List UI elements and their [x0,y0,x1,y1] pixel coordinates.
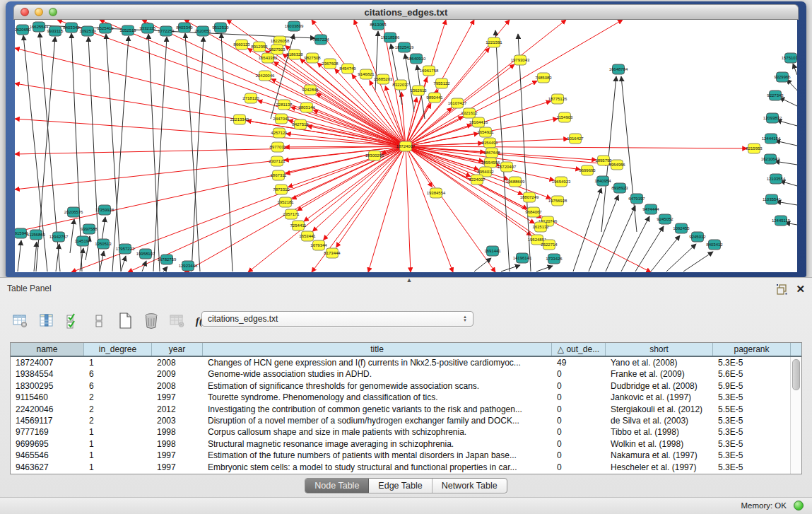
graph-node[interactable]: 8660123 [233,40,250,49]
graph-node[interactable]: 17957223 [116,244,135,254]
graph-node[interactable]: 12444154 [762,134,781,144]
graph-node[interactable]: 9329966 [774,72,791,82]
graph-node[interactable]: 9827508 [304,53,321,63]
graph-node[interactable]: 8954956 [608,160,625,170]
graph-node[interactable]: 12103554 [767,174,786,184]
graph-node[interactable]: 2718120 [242,93,259,103]
graph-node[interactable]: 9474444 [642,204,659,214]
graph-node[interactable]: 8977011 [270,142,287,152]
graph-node[interactable]: 4257121 [271,128,288,138]
graph-node[interactable]: 7857224 [312,35,329,45]
graph-node[interactable]: 18325419 [395,42,414,52]
tab-network-table[interactable]: Network Table [433,479,507,493]
graph-node[interactable]: 1092519 [79,26,96,36]
table-selector-dropdown[interactable]: citations_edges.txt ▲▼ [201,311,473,327]
graph-node[interactable]: 2803144 [298,103,315,112]
graph-node[interactable]: 1221591 [486,37,502,47]
graph-node[interactable]: 10688609 [506,177,525,187]
column-header-name[interactable]: name [11,343,84,356]
graph-node[interactable]: 15720407 [498,162,517,172]
graph-node[interactable]: 9154491 [481,138,498,148]
graph-node[interactable]: 19756928 [548,196,567,206]
graph-node[interactable]: 7873310 [273,185,290,194]
show-column-icon[interactable] [37,313,56,329]
graph-node[interactable]: 8403412 [706,240,723,250]
graph-node[interactable]: 9933115 [47,26,64,36]
table-row[interactable]: 2242004622012Investigating the contribut… [11,404,791,415]
graph-node[interactable]: 19958107 [136,249,155,259]
graph-node[interactable]: 1840954 [594,176,611,186]
graph-node[interactable]: 8215953 [746,144,763,153]
graph-node[interactable]: 12923446 [179,261,198,271]
column-header-short[interactable]: short [606,343,713,356]
network-view[interactable]: 2620650166255449933115840334210925191525… [15,20,797,272]
network-graph[interactable]: 2620650166255449933115840334210925191525… [15,20,797,272]
graph-node[interactable]: 2447041 [273,114,290,124]
graph-node[interactable]: 1733426 [546,254,563,264]
graph-node[interactable]: 2522714 [541,240,558,250]
graph-node[interactable]: 1679344 [310,240,327,250]
graph-node[interactable]: 19384554 [427,188,446,198]
graph-node[interactable]: 8912955 [251,42,268,52]
table-row[interactable]: 911546021997Tourette syndrome. Phenomeno… [11,392,791,403]
column-header-year[interactable]: year [152,343,203,356]
graph-node[interactable]: 16625544 [30,22,49,32]
graph-node[interactable]: 1362615 [410,86,427,95]
graph-node[interactable]: 9242844 [302,85,319,95]
column-header-pagerank[interactable]: pagerank [713,343,791,356]
graph-node[interactable]: 8813054 [370,20,387,30]
graph-node[interactable]: 18775126 [548,94,567,104]
graph-node[interactable]: 20206576 [64,207,83,217]
graph-node[interactable]: 9146821 [358,69,375,79]
rows-icon[interactable] [90,313,108,329]
graph-node[interactable]: 16961758 [420,66,439,76]
graph-node[interactable]: 2307121 [269,156,286,166]
graph-node[interactable]: 2620651 [194,26,211,36]
graph-node[interactable]: 9227343 [767,90,784,100]
graph-node[interactable]: 2281137 [276,100,293,110]
graph-node[interactable]: 11035541 [763,194,782,204]
graph-node[interactable]: 2367608 [322,59,339,69]
graph-node[interactable]: 1691441 [484,246,501,256]
graph-node[interactable]: 19793043 [511,55,530,65]
graph-node[interactable]: 2357171 [283,209,300,219]
graph-node[interactable]: 14196141 [513,253,532,263]
window-title-bar[interactable]: citations_edges.txt [13,4,799,20]
graph-node[interactable]: 9245052 [657,214,673,224]
column-header-title[interactable]: title [203,343,552,356]
graph-node[interactable]: 1016427 [567,134,584,144]
graph-node[interactable]: 7485083 [535,73,552,83]
table-row[interactable]: 1872400712008Changes of HCN gene express… [11,357,791,368]
graph-node[interactable]: 9699695 [579,165,596,175]
graph-node[interactable]: 1145194 [75,236,92,246]
graph-node[interactable]: 9332115 [140,23,157,33]
graph-node[interactable]: 9245012 [689,232,706,242]
graph-node[interactable]: 12445115 [772,216,791,226]
graph-node[interactable]: 8403349 [176,23,193,33]
table-row[interactable]: 977716911998Corpus callosum shape and si… [11,426,791,438]
select-check-icon[interactable] [64,313,82,329]
graph-node[interactable]: 1052519 [119,25,136,35]
graph-node[interactable]: 1525419 [97,23,114,33]
graph-node[interactable]: 9890441 [426,93,443,103]
graph-node[interactable]: 1654921 [477,127,494,137]
table-scrollbar[interactable] [790,357,801,474]
graph-node[interactable]: 8322037 [392,80,409,90]
graph-node[interactable]: 8186328 [286,49,303,59]
graph-node[interactable]: 8403342 [63,23,80,33]
close-panel-icon[interactable]: ✕ [796,282,805,296]
graph-node[interactable]: 1867648 [483,148,500,158]
graph-node[interactable]: 15751074 [782,53,797,63]
graph-node[interactable]: 1350513 [95,239,112,249]
graph-node[interactable]: 9397588 [81,224,98,234]
graph-node[interactable]: 11156869 [27,230,45,240]
graph-node[interactable]: 1952181 [277,197,294,207]
graph-node[interactable]: 1154903 [557,112,574,122]
column-header-out_de[interactable]: △ out_de... [552,343,606,356]
graph-node[interactable]: 8938923 [611,183,628,193]
graph-node[interactable]: 12093832 [763,113,782,123]
graph-node[interactable]: 19654923 [552,177,571,187]
graph-node[interactable]: 1321612 [461,108,478,118]
graph-node[interactable]: 18640910 [407,54,426,64]
graph-node[interactable]: 8427512 [292,119,309,129]
